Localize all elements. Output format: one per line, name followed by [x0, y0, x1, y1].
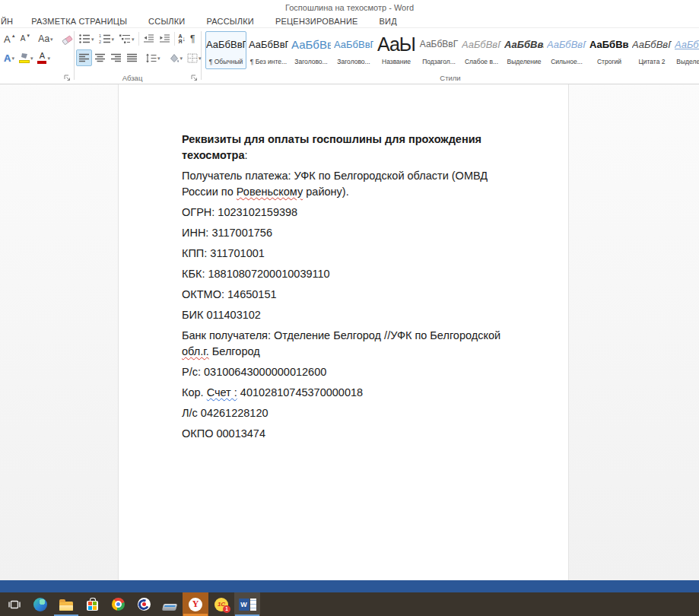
align-center-icon	[94, 53, 106, 63]
change-case-button[interactable]: Аа▾	[36, 30, 55, 47]
style-card[interactable]: АаБбВвГгЦитата 2	[631, 31, 672, 69]
scanner-icon[interactable]	[157, 592, 183, 616]
numbering-button[interactable]: 12▾	[97, 30, 117, 47]
divider	[174, 32, 175, 46]
text-segment: Белгород	[209, 345, 260, 357]
paragraph: Получатель платежа: УФК по Белгородской …	[182, 168, 516, 200]
file-explorer-icon[interactable]	[53, 592, 79, 616]
title-bar: Госпошлина на техосмотр - Word	[0, 0, 699, 14]
align-right-icon	[110, 53, 122, 63]
show-paragraph-marks-button[interactable]: ¶	[188, 30, 197, 47]
paragraph: ИНН: 3117001756	[182, 225, 516, 241]
paint-bucket-icon	[168, 53, 180, 63]
line-spacing-button[interactable]: ▾	[143, 49, 163, 66]
line-spacing-icon	[145, 53, 157, 63]
text-segment: КПП: 311701001	[182, 247, 265, 259]
paragraph: БИК 011403102	[182, 307, 516, 323]
style-sample: АаБбВвГг	[675, 33, 699, 56]
notification-badge: 1	[223, 605, 230, 613]
text-highlight-button[interactable]: ▾	[17, 49, 36, 66]
ribbon-tab-5[interactable]: ВИД	[369, 17, 408, 26]
style-card[interactable]: АаБбВвГг,¶ Обычный	[205, 31, 246, 69]
style-card[interactable]: АаЫНазвание	[376, 31, 417, 69]
style-sample: АаБбВвГг	[632, 33, 672, 56]
ribbon-tab-2[interactable]: ССЫЛКИ	[138, 17, 195, 26]
sort-button[interactable]: АЯ ↓	[176, 30, 189, 47]
styles-group-label: Стили	[202, 74, 699, 82]
svg-text:2: 2	[99, 40, 101, 44]
word-window: Госпошлина на техосмотр - Word ЙНРАЗМЕТК…	[0, 0, 699, 616]
clear-formatting-button[interactable]	[59, 30, 75, 47]
grow-font-button[interactable]: А▲	[2, 30, 18, 47]
style-sample: АаБбВвГг	[462, 33, 501, 56]
bullets-button[interactable]: ▾	[76, 30, 97, 47]
dropdown-caret-icon: ▾	[47, 56, 50, 61]
shading-button[interactable]: ▾	[166, 49, 186, 66]
yandex-browser-icon[interactable]: Y	[183, 592, 208, 616]
up-triangle-icon: ▲	[11, 33, 16, 38]
multilevel-list-icon	[119, 33, 131, 44]
increase-indent-button[interactable]	[157, 30, 173, 47]
style-sample: АаБбВвГг,	[589, 33, 629, 56]
font-color-button[interactable]: А ▾	[35, 49, 52, 66]
style-card[interactable]: АаБбВвЗаголово...	[291, 31, 332, 69]
style-label: Заголово...	[291, 58, 331, 65]
style-card[interactable]: АаБбВвГгСильное...	[546, 31, 587, 69]
style-card[interactable]: АаБбВвГгВыделение	[504, 31, 545, 69]
change-case-icon: Аа	[38, 34, 49, 43]
align-left-button[interactable]	[76, 49, 92, 66]
decrease-indent-button[interactable]	[141, 30, 157, 47]
style-card[interactable]: АаБбВвГг,Строгий	[589, 31, 630, 69]
style-card[interactable]: АаБбВвГг,¶ Без инте...	[248, 31, 289, 69]
style-label: ¶ Обычный	[206, 58, 246, 65]
ribbon-group-font: А▲ А▼ Аа▾ А▾	[0, 29, 74, 84]
justify-button[interactable]	[124, 49, 140, 66]
highlighter-icon	[19, 52, 30, 63]
dropdown-caret-icon: ▾	[132, 37, 135, 42]
text-segment: обл.г.	[182, 345, 209, 357]
consultant-plus-icon[interactable]	[131, 592, 157, 616]
multilevel-list-button[interactable]: ▾	[116, 30, 137, 47]
text-segment: Л/с 04261228120	[182, 407, 268, 419]
document-page[interactable]: Реквизиты для оплаты госпошлины для прох…	[118, 84, 569, 580]
1c-icon[interactable]: 1С1	[208, 592, 234, 616]
ribbon-tab-0[interactable]: ЙН	[0, 17, 21, 26]
text-segment: району).	[303, 186, 348, 198]
text-segment: ИНН: 3117001756	[182, 227, 272, 239]
style-sample: АаБбВвГг	[547, 33, 586, 56]
store-icon[interactable]	[79, 592, 105, 616]
dialog-launcher-icon	[191, 75, 198, 81]
word-icon[interactable]: W	[234, 592, 260, 616]
style-label: Слабое в...	[462, 58, 501, 65]
style-card[interactable]: АаБбВвГгВыделенн...	[674, 31, 699, 69]
borders-button[interactable]: ▾	[185, 49, 204, 66]
align-left-icon	[78, 53, 90, 63]
style-card[interactable]: АаБбВвГЗаголово...	[333, 31, 374, 69]
font-color-icon: А	[37, 52, 46, 64]
ribbon-tab-1[interactable]: РАЗМЕТКА СТРАНИЦЫ	[21, 17, 138, 26]
sort-icon: АЯ ↓	[179, 33, 186, 44]
align-right-button[interactable]	[108, 49, 124, 66]
paragraph: ОКПО 00013474	[182, 426, 516, 442]
shrink-font-button[interactable]: А▼	[18, 30, 33, 47]
style-card[interactable]: АаБбВвГПодзагол...	[418, 31, 459, 69]
chrome-icon[interactable]	[105, 592, 131, 616]
font-dialog-launcher[interactable]	[63, 74, 71, 82]
text-segment: Счет :	[207, 386, 237, 398]
dropdown-caret-icon: ▾	[91, 37, 94, 42]
edge-icon[interactable]	[27, 592, 53, 616]
text-segment: Кор.	[182, 386, 207, 398]
text-effects-button[interactable]: А▾	[2, 49, 17, 66]
paragraph-dialog-launcher[interactable]	[190, 74, 199, 82]
ribbon-tab-4[interactable]: РЕЦЕНЗИРОВАНИЕ	[265, 17, 369, 26]
ribbon-tab-3[interactable]: РАССЫЛКИ	[195, 17, 264, 26]
text-segment: ОКПО 00013474	[182, 427, 265, 440]
text-segment: :	[244, 149, 247, 161]
task-view-icon[interactable]	[2, 592, 27, 616]
align-center-button[interactable]	[92, 49, 108, 66]
borders-grid-icon	[187, 53, 198, 63]
svg-text:1: 1	[99, 33, 101, 38]
text-effects-icon: А	[4, 52, 11, 64]
style-card[interactable]: АаБбВвГгСлабое в...	[461, 31, 502, 69]
ribbon-group-styles: АаБбВвГг,¶ ОбычныйАаБбВвГг,¶ Без инте...…	[202, 29, 699, 84]
